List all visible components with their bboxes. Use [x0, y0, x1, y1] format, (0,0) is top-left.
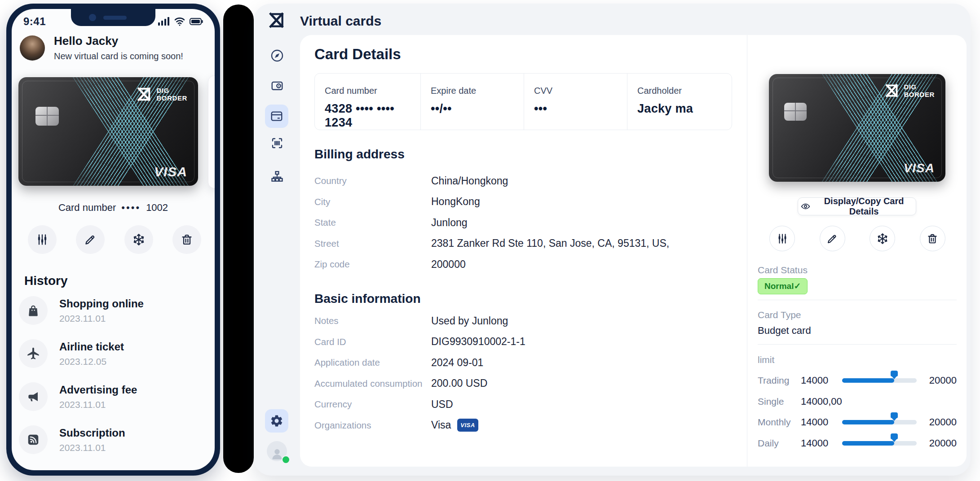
row-label: Zip code [314, 259, 431, 270]
background-card-strip [223, 4, 254, 473]
delete-button[interactable] [172, 225, 201, 254]
phone-mockup: 9:41 Hello Jacky New virtual card is com… [6, 4, 220, 476]
table-row: Organizations VisaVISA [314, 415, 732, 436]
sidebar-item-explore[interactable] [254, 48, 300, 63]
limit-value: 14000 [801, 375, 842, 386]
card-type-label: Card Type [758, 310, 801, 320]
edit-icon [84, 233, 97, 246]
filters-icon [36, 233, 49, 246]
limit-slider[interactable] [842, 378, 917, 383]
history-item-date: 2023.11.01 [59, 399, 137, 410]
card-detail-field: Card number 4328 •••• •••• 1234 [315, 74, 420, 130]
sidebar-item-cards-active[interactable] [265, 105, 288, 128]
limit-slider[interactable] [842, 420, 917, 424]
row-label: Application date [314, 357, 431, 368]
list-item[interactable]: Advertising fee 2023.11.01 [19, 379, 207, 415]
slider-thumb[interactable] [891, 433, 898, 439]
limit-row-daily: Daily 14000 20000 [758, 433, 957, 454]
edit-button[interactable] [820, 226, 845, 251]
card-chip [784, 103, 807, 121]
table-row: Zip code200000 [314, 254, 732, 275]
table-row: CityHongKong [314, 192, 732, 213]
next-card-peek[interactable] [208, 75, 215, 188]
compass-icon [270, 48, 284, 63]
slider-fill [842, 441, 894, 446]
list-item[interactable]: Subscription 2023.11.01 [19, 422, 207, 458]
row-label: State [314, 217, 431, 228]
freeze-icon [877, 233, 888, 245]
history-list: Shopping online 2023.11.01 Airline ticke… [19, 293, 207, 465]
slider-thumb[interactable] [891, 371, 898, 376]
section-title-billing: Billing address [314, 147, 405, 162]
phone-screen: 9:41 Hello Jacky New virtual card is com… [12, 9, 215, 470]
row-value: USD [431, 398, 453, 411]
card-detail-field: Cardholder Jacky ma [627, 74, 730, 130]
section-title-basic: Basic information [314, 292, 420, 306]
list-item[interactable]: Airline ticket 2023.12.05 [19, 336, 207, 372]
limit-label: Daily [758, 438, 801, 449]
limit-slider[interactable] [842, 441, 917, 446]
row-label: Country [314, 175, 431, 186]
billing-rows: CountryChina/Hongkong CityHongKong State… [314, 171, 732, 275]
brand-line2: BORDER [156, 94, 187, 102]
freeze-button[interactable] [870, 226, 895, 251]
card-actions-row [769, 226, 945, 251]
row-value: HongKong [431, 196, 480, 208]
history-item-title: Advertising fee [59, 384, 137, 396]
delete-icon [927, 233, 938, 245]
virtual-card-visual[interactable]: DIGBORDER VISA [18, 77, 198, 186]
edit-button[interactable] [76, 225, 105, 254]
table-row: Application date2024 09-01 [314, 352, 732, 373]
filters-icon [777, 233, 788, 245]
field-label: CVV [534, 86, 627, 96]
row-value: 200.00 USD [431, 377, 487, 389]
table-row: CountryChina/Hongkong [314, 171, 732, 192]
freeze-button[interactable] [124, 225, 153, 254]
card-number-masked: •••• [121, 202, 141, 213]
sidebar-item-organization[interactable] [254, 170, 300, 183]
limit-max: 20000 [929, 437, 957, 449]
user-avatar[interactable] [20, 35, 45, 61]
app-logo-icon [267, 11, 285, 29]
filters-button[interactable] [769, 226, 795, 251]
scan-icon [270, 136, 284, 150]
card-type-value: Budget card [758, 325, 811, 337]
history-item-date: 2023.11.01 [59, 313, 144, 324]
slider-thumb[interactable] [891, 412, 898, 418]
app-window: Virtual cards Card Details Card number 4… [254, 4, 971, 476]
row-label: Accumulated consumption [314, 378, 431, 389]
dig-border-logo-icon [136, 86, 152, 102]
row-value: China/Hongkong [431, 175, 508, 187]
history-item-date: 2023.12.05 [59, 356, 124, 367]
wallet-icon [270, 79, 284, 92]
sidebar-item-scan[interactable] [254, 136, 300, 150]
edit-icon [826, 233, 838, 245]
history-item-title: Shopping online [59, 297, 144, 310]
status-time: 9:41 [23, 15, 46, 28]
row-label: Organizations [314, 420, 431, 431]
row-value: 2024 09-01 [431, 357, 483, 369]
row-value: Used by Junlong [431, 315, 508, 327]
greeting-title: Hello Jacky [54, 34, 183, 48]
card-status-label: Card Status [758, 265, 808, 275]
display-copy-card-details-button[interactable]: Display/Copy Card Details [798, 197, 916, 215]
basic-rows: NotesUsed by Junlong Card IDDIG993091000… [314, 310, 732, 436]
row-label: Card ID [314, 337, 431, 347]
org-icon [270, 170, 284, 183]
row-value: Visa [431, 419, 451, 431]
delete-icon [181, 233, 193, 246]
list-item[interactable]: Shopping online 2023.11.01 [19, 293, 207, 328]
signal-icon [158, 17, 170, 26]
limit-value: 14000 [801, 437, 842, 449]
settings-button[interactable] [265, 409, 288, 433]
delete-button[interactable] [920, 226, 945, 251]
divider [758, 344, 957, 345]
slider-fill [842, 420, 894, 424]
filters-button[interactable] [28, 225, 57, 254]
row-label: Street [314, 238, 431, 249]
online-status-dot [282, 455, 290, 464]
virtual-card-visual: DIGBORDER VISA [769, 74, 945, 182]
rss-icon [19, 425, 48, 454]
sidebar-item-wallet[interactable] [254, 79, 300, 92]
limit-max: 20000 [929, 416, 957, 428]
